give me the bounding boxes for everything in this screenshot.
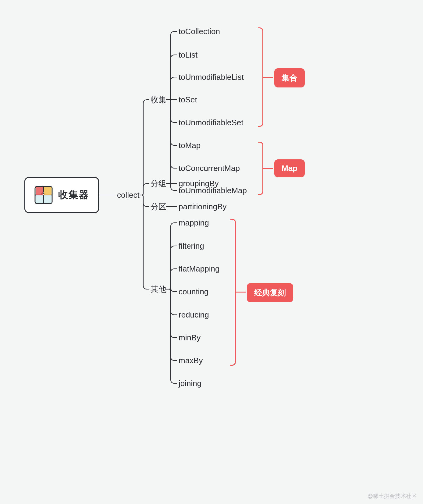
node-collect: collect: [117, 190, 140, 200]
leaf-toUnmodifiableList: toUnmodifiableList: [179, 73, 244, 82]
puzzle-icon: [34, 186, 53, 204]
bracket-set: [258, 27, 263, 127]
node-partition-branch: 分区: [151, 202, 166, 211]
bracket-set-stub: [263, 77, 273, 78]
leaf-joining: joining: [179, 379, 201, 388]
leaf-toSet: toSet: [179, 95, 197, 105]
leaf-minBy: minBy: [179, 333, 201, 343]
badge-classic: 经典复刻: [247, 283, 293, 302]
node-other-branch: 其他: [151, 285, 166, 294]
node-collect-branch: 收集: [151, 95, 166, 105]
svg-rect-3: [36, 195, 43, 203]
leaf-filtering: filtering: [179, 241, 204, 251]
leaf-counting: counting: [179, 287, 208, 296]
leaf-toMap: toMap: [179, 141, 201, 150]
leaf-groupingBy: groupingBy: [179, 179, 219, 188]
badge-map: Map: [274, 159, 305, 177]
bracket-classic: [230, 219, 236, 366]
leaf-maxBy: maxBy: [179, 356, 203, 365]
root-title: 收集器: [58, 188, 89, 202]
leaf-mapping: mapping: [179, 218, 209, 228]
bracket-map-stub: [263, 168, 273, 169]
root-node: 收集器: [24, 177, 99, 213]
leaf-toList: toList: [179, 50, 197, 60]
mindmap-canvas: 收集器 collect 收集 分组 分区 其他 toCollection toL…: [0, 0, 423, 504]
leaf-partitioningBy: partitioningBy: [179, 202, 227, 211]
leaf-flatMapping: flatMapping: [179, 264, 219, 274]
leaf-toUnmodifiableSet: toUnmodifiableSet: [179, 118, 243, 127]
badge-set: 集合: [274, 68, 305, 87]
bracket-map: [258, 142, 263, 195]
svg-rect-4: [44, 195, 52, 203]
watermark: @稀土掘金技术社区: [368, 492, 417, 500]
leaf-toCollection: toCollection: [179, 27, 220, 36]
leaf-toConcurrentMap: toConcurrentMap: [179, 164, 240, 173]
leaf-reducing: reducing: [179, 310, 209, 320]
bracket-classic-stub: [236, 292, 246, 293]
svg-rect-2: [44, 187, 52, 195]
node-group-branch: 分组: [151, 179, 166, 188]
svg-rect-1: [36, 187, 43, 195]
